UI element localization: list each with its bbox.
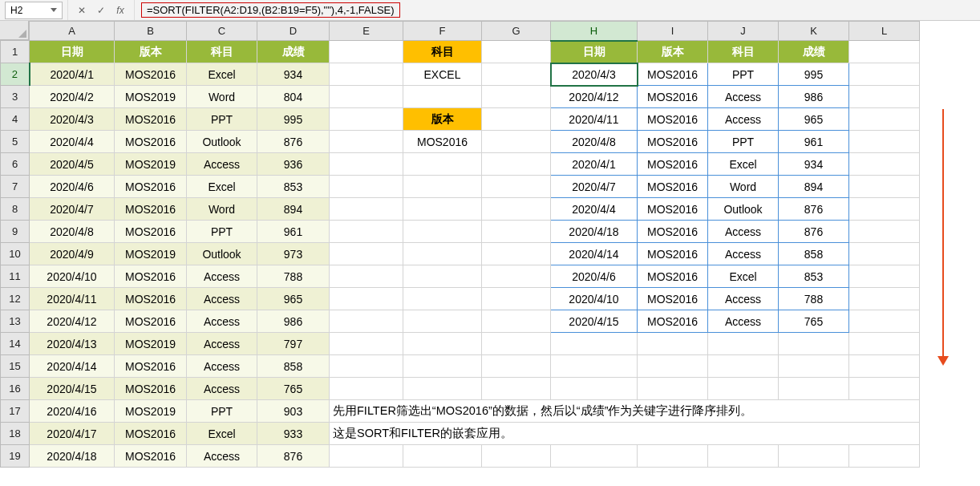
- cell-B14[interactable]: MOS2019: [115, 333, 187, 355]
- col-header-H[interactable]: H: [551, 22, 638, 41]
- cell-F5[interactable]: MOS2016: [403, 131, 482, 153]
- cell-J15[interactable]: [708, 355, 779, 378]
- cell-A4[interactable]: 2020/4/3: [30, 108, 115, 131]
- cell-C3[interactable]: Word: [187, 86, 257, 108]
- cell-B13[interactable]: MOS2016: [115, 310, 187, 333]
- cell-G15[interactable]: [482, 355, 551, 378]
- cell-C18[interactable]: Excel: [187, 423, 257, 445]
- row-header-15[interactable]: 15: [1, 355, 30, 378]
- cell-F9[interactable]: [403, 221, 482, 243]
- cell-E8[interactable]: [330, 198, 403, 221]
- cell-D18[interactable]: 933: [257, 423, 330, 445]
- cell-K16[interactable]: [779, 378, 849, 400]
- cell-J5[interactable]: PPT: [708, 131, 779, 153]
- cell-K12[interactable]: 788: [779, 288, 849, 310]
- cell-D19[interactable]: 876: [257, 445, 330, 468]
- cell-H4[interactable]: 2020/4/11: [551, 108, 638, 131]
- cell-K11[interactable]: 853: [779, 265, 849, 288]
- cell-G2[interactable]: [482, 63, 551, 86]
- cell-K19[interactable]: [779, 445, 849, 468]
- cell-D17[interactable]: 903: [257, 400, 330, 423]
- row-header-5[interactable]: 5: [1, 131, 30, 153]
- cell-I10[interactable]: MOS2016: [638, 243, 708, 265]
- col-header-B[interactable]: B: [115, 22, 187, 41]
- cell-D9[interactable]: 961: [257, 221, 330, 243]
- cell-C1[interactable]: 科目: [187, 41, 257, 63]
- cell-I14[interactable]: [638, 333, 708, 355]
- cell-I4[interactable]: MOS2016: [638, 108, 708, 131]
- cell-L2[interactable]: [849, 63, 920, 86]
- cell-B4[interactable]: MOS2016: [115, 108, 187, 131]
- cell-B10[interactable]: MOS2019: [115, 243, 187, 265]
- cell-D12[interactable]: 965: [257, 288, 330, 310]
- cell-B9[interactable]: MOS2016: [115, 221, 187, 243]
- cell-F16[interactable]: [403, 378, 482, 400]
- cell-J6[interactable]: Excel: [708, 153, 779, 176]
- cell-C14[interactable]: Access: [187, 333, 257, 355]
- cell-K14[interactable]: [779, 333, 849, 355]
- cell-B12[interactable]: MOS2016: [115, 288, 187, 310]
- cell-G19[interactable]: [482, 445, 551, 468]
- cell-F7[interactable]: [403, 176, 482, 198]
- cell-C17[interactable]: PPT: [187, 400, 257, 423]
- cell-D3[interactable]: 804: [257, 86, 330, 108]
- row-header-10[interactable]: 10: [1, 243, 30, 265]
- cell-F12[interactable]: [403, 288, 482, 310]
- cell-F1[interactable]: 科目: [403, 41, 482, 63]
- col-header-K[interactable]: K: [779, 22, 849, 41]
- cell-B1[interactable]: 版本: [115, 41, 187, 63]
- cell-C5[interactable]: Outlook: [187, 131, 257, 153]
- cell-H5[interactable]: 2020/4/8: [551, 131, 638, 153]
- cell-A7[interactable]: 2020/4/6: [30, 176, 115, 198]
- cell-G1[interactable]: [482, 41, 551, 63]
- cell-E6[interactable]: [330, 153, 403, 176]
- cell-A5[interactable]: 2020/4/4: [30, 131, 115, 153]
- cell-H10[interactable]: 2020/4/14: [551, 243, 638, 265]
- cell-I12[interactable]: MOS2016: [638, 288, 708, 310]
- cell-J3[interactable]: Access: [708, 86, 779, 108]
- cell-E11[interactable]: [330, 265, 403, 288]
- cell-L16[interactable]: [849, 378, 920, 400]
- row-header-1[interactable]: 1: [1, 41, 30, 63]
- cell-I8[interactable]: MOS2016: [638, 198, 708, 221]
- cell-B2[interactable]: MOS2016: [115, 63, 187, 86]
- col-header-J[interactable]: J: [708, 22, 779, 41]
- cell-L13[interactable]: [849, 310, 920, 333]
- cell-F4[interactable]: 版本: [403, 108, 482, 131]
- row-header-18[interactable]: 18: [1, 423, 30, 445]
- cell-E19[interactable]: [330, 445, 403, 468]
- cell-F11[interactable]: [403, 265, 482, 288]
- cell-E4[interactable]: [330, 108, 403, 131]
- cell-A2[interactable]: 2020/4/1: [30, 63, 115, 86]
- col-header-F[interactable]: F: [403, 22, 482, 41]
- cell-A19[interactable]: 2020/4/18: [30, 445, 115, 468]
- cell-C9[interactable]: PPT: [187, 221, 257, 243]
- cell-A9[interactable]: 2020/4/8: [30, 221, 115, 243]
- cell-E7[interactable]: [330, 176, 403, 198]
- cell-B8[interactable]: MOS2016: [115, 198, 187, 221]
- cell-D1[interactable]: 成绩: [257, 41, 330, 63]
- col-header-A[interactable]: A: [30, 22, 115, 41]
- cell-C15[interactable]: Access: [187, 355, 257, 378]
- cell-A13[interactable]: 2020/4/12: [30, 310, 115, 333]
- cell-G16[interactable]: [482, 378, 551, 400]
- cell-H1[interactable]: 日期: [551, 41, 638, 63]
- cell-J1[interactable]: 科目: [708, 41, 779, 63]
- cell-J9[interactable]: Access: [708, 221, 779, 243]
- cell-C7[interactable]: Excel: [187, 176, 257, 198]
- cell-A18[interactable]: 2020/4/17: [30, 423, 115, 445]
- cell-J8[interactable]: Outlook: [708, 198, 779, 221]
- cell-D2[interactable]: 934: [257, 63, 330, 86]
- cell-J4[interactable]: Access: [708, 108, 779, 131]
- cell-G4[interactable]: [482, 108, 551, 131]
- cell-F8[interactable]: [403, 198, 482, 221]
- cell-E9[interactable]: [330, 221, 403, 243]
- cell-I11[interactable]: MOS2016: [638, 265, 708, 288]
- cell-H7[interactable]: 2020/4/7: [551, 176, 638, 198]
- cell-F19[interactable]: [403, 445, 482, 468]
- cell-G3[interactable]: [482, 86, 551, 108]
- cell-L9[interactable]: [849, 221, 920, 243]
- cell-F10[interactable]: [403, 243, 482, 265]
- cell-J13[interactable]: Access: [708, 310, 779, 333]
- cell-C19[interactable]: Access: [187, 445, 257, 468]
